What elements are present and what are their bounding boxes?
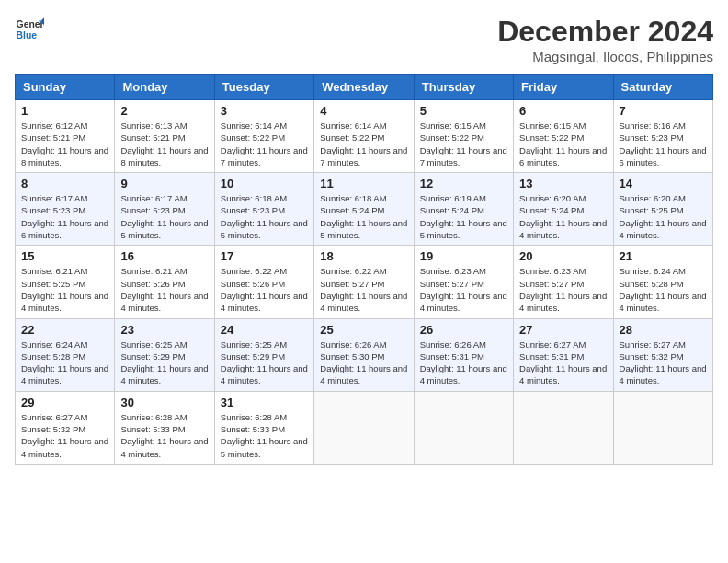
- day-number: 14: [620, 177, 707, 190]
- calendar-cell: 14Sunrise: 6:20 AMSunset: 5:25 PMDayligh…: [613, 173, 712, 246]
- day-number: 8: [21, 177, 108, 190]
- day-info: Sunrise: 6:14 AMSunset: 5:22 PMDaylight:…: [221, 120, 308, 168]
- calendar-cell: 22Sunrise: 6:24 AMSunset: 5:28 PMDayligh…: [16, 318, 115, 391]
- weekday-header-monday: Monday: [115, 75, 214, 100]
- calendar-cell: [613, 391, 712, 464]
- day-info: Sunrise: 6:20 AMSunset: 5:25 PMDaylight:…: [620, 192, 707, 241]
- day-number: 1: [21, 104, 108, 118]
- calendar-cell: 1Sunrise: 6:12 AMSunset: 5:21 PMDaylight…: [16, 100, 115, 173]
- weekday-header-wednesday: Wednesday: [314, 75, 414, 100]
- calendar-week-row: 15Sunrise: 6:21 AMSunset: 5:25 PMDayligh…: [16, 246, 713, 318]
- weekday-header-row: SundayMondayTuesdayWednesdayThursdayFrid…: [16, 75, 713, 100]
- day-number: 19: [420, 249, 507, 263]
- calendar-cell: 10Sunrise: 6:18 AMSunset: 5:23 PMDayligh…: [214, 173, 313, 246]
- day-info: Sunrise: 6:23 AMSunset: 5:27 PMDaylight:…: [519, 265, 607, 314]
- day-number: 9: [120, 177, 208, 190]
- calendar-week-row: 22Sunrise: 6:24 AMSunset: 5:28 PMDayligh…: [16, 318, 713, 391]
- day-number: 18: [320, 249, 407, 263]
- weekday-header-thursday: Thursday: [414, 75, 513, 100]
- month-year-title: December 2024: [497, 15, 713, 49]
- day-info: Sunrise: 6:21 AMSunset: 5:26 PMDaylight:…: [120, 265, 208, 314]
- day-number: 21: [620, 249, 707, 263]
- calendar-cell: [414, 391, 513, 464]
- day-number: 30: [120, 396, 208, 409]
- day-number: 15: [21, 249, 108, 263]
- day-info: Sunrise: 6:27 AMSunset: 5:32 PMDaylight:…: [620, 339, 707, 387]
- day-info: Sunrise: 6:25 AMSunset: 5:29 PMDaylight:…: [120, 339, 208, 387]
- calendar-cell: 17Sunrise: 6:22 AMSunset: 5:26 PMDayligh…: [214, 246, 313, 318]
- calendar-cell: 6Sunrise: 6:15 AMSunset: 5:22 PMDaylight…: [514, 100, 613, 173]
- day-number: 12: [420, 177, 507, 190]
- calendar-cell: 7Sunrise: 6:16 AMSunset: 5:23 PMDaylight…: [613, 100, 712, 173]
- calendar-cell: 31Sunrise: 6:28 AMSunset: 5:33 PMDayligh…: [214, 391, 313, 464]
- logo: General Blue: [15, 15, 44, 44]
- calendar-cell: 9Sunrise: 6:17 AMSunset: 5:23 PMDaylight…: [115, 173, 214, 246]
- day-number: 27: [519, 323, 607, 337]
- day-info: Sunrise: 6:28 AMSunset: 5:33 PMDaylight:…: [221, 411, 308, 460]
- day-number: 11: [320, 177, 407, 190]
- calendar-cell: 29Sunrise: 6:27 AMSunset: 5:32 PMDayligh…: [16, 391, 115, 464]
- calendar-cell: 16Sunrise: 6:21 AMSunset: 5:26 PMDayligh…: [115, 246, 214, 318]
- calendar-cell: 11Sunrise: 6:18 AMSunset: 5:24 PMDayligh…: [314, 173, 414, 246]
- calendar-cell: [514, 391, 613, 464]
- svg-text:Blue: Blue: [17, 30, 38, 40]
- calendar-cell: 8Sunrise: 6:17 AMSunset: 5:23 PMDaylight…: [16, 173, 115, 246]
- day-info: Sunrise: 6:27 AMSunset: 5:31 PMDaylight:…: [519, 339, 607, 387]
- calendar-cell: 15Sunrise: 6:21 AMSunset: 5:25 PMDayligh…: [16, 246, 115, 318]
- calendar-cell: 28Sunrise: 6:27 AMSunset: 5:32 PMDayligh…: [613, 318, 712, 391]
- day-info: Sunrise: 6:21 AMSunset: 5:25 PMDaylight:…: [21, 265, 108, 314]
- calendar-cell: 18Sunrise: 6:22 AMSunset: 5:27 PMDayligh…: [314, 246, 414, 318]
- calendar-week-row: 8Sunrise: 6:17 AMSunset: 5:23 PMDaylight…: [16, 173, 713, 246]
- day-info: Sunrise: 6:14 AMSunset: 5:22 PMDaylight:…: [320, 120, 407, 168]
- day-number: 2: [120, 104, 208, 118]
- logo-icon: General Blue: [15, 15, 44, 44]
- page-header: General Blue December 2024 Magsingal, Il…: [15, 15, 713, 64]
- calendar-week-row: 29Sunrise: 6:27 AMSunset: 5:32 PMDayligh…: [16, 391, 713, 464]
- day-info: Sunrise: 6:19 AMSunset: 5:24 PMDaylight:…: [420, 192, 507, 241]
- day-info: Sunrise: 6:20 AMSunset: 5:24 PMDaylight:…: [519, 192, 607, 241]
- day-info: Sunrise: 6:24 AMSunset: 5:28 PMDaylight:…: [620, 265, 707, 314]
- day-info: Sunrise: 6:17 AMSunset: 5:23 PMDaylight:…: [120, 192, 208, 241]
- day-info: Sunrise: 6:22 AMSunset: 5:26 PMDaylight:…: [221, 265, 308, 314]
- day-info: Sunrise: 6:16 AMSunset: 5:23 PMDaylight:…: [620, 120, 707, 168]
- calendar-cell: 12Sunrise: 6:19 AMSunset: 5:24 PMDayligh…: [414, 173, 513, 246]
- weekday-header-sunday: Sunday: [16, 75, 115, 100]
- day-info: Sunrise: 6:23 AMSunset: 5:27 PMDaylight:…: [420, 265, 507, 314]
- day-number: 22: [21, 323, 108, 337]
- day-number: 6: [519, 104, 607, 118]
- day-number: 3: [221, 104, 308, 118]
- day-number: 17: [221, 249, 308, 263]
- day-info: Sunrise: 6:27 AMSunset: 5:32 PMDaylight:…: [21, 411, 108, 460]
- calendar-table: SundayMondayTuesdayWednesdayThursdayFrid…: [15, 74, 713, 465]
- weekday-header-tuesday: Tuesday: [214, 75, 313, 100]
- calendar-cell: 23Sunrise: 6:25 AMSunset: 5:29 PMDayligh…: [115, 318, 214, 391]
- day-info: Sunrise: 6:18 AMSunset: 5:23 PMDaylight:…: [221, 192, 308, 241]
- day-number: 16: [120, 249, 208, 263]
- day-number: 31: [221, 396, 308, 409]
- day-number: 4: [320, 104, 407, 118]
- day-number: 29: [21, 396, 108, 409]
- calendar-cell: 2Sunrise: 6:13 AMSunset: 5:21 PMDaylight…: [115, 100, 214, 173]
- day-number: 5: [420, 104, 507, 118]
- calendar-cell: 27Sunrise: 6:27 AMSunset: 5:31 PMDayligh…: [514, 318, 613, 391]
- day-number: 13: [519, 177, 607, 190]
- day-info: Sunrise: 6:25 AMSunset: 5:29 PMDaylight:…: [221, 339, 308, 387]
- weekday-header-friday: Friday: [514, 75, 613, 100]
- day-number: 26: [420, 323, 507, 337]
- day-number: 23: [120, 323, 208, 337]
- day-info: Sunrise: 6:18 AMSunset: 5:24 PMDaylight:…: [320, 192, 407, 241]
- day-info: Sunrise: 6:13 AMSunset: 5:21 PMDaylight:…: [120, 120, 208, 168]
- day-number: 25: [320, 323, 407, 337]
- day-info: Sunrise: 6:12 AMSunset: 5:21 PMDaylight:…: [21, 120, 108, 168]
- title-block: December 2024 Magsingal, Ilocos, Philipp…: [497, 15, 713, 64]
- calendar-cell: 21Sunrise: 6:24 AMSunset: 5:28 PMDayligh…: [613, 246, 712, 318]
- day-info: Sunrise: 6:28 AMSunset: 5:33 PMDaylight:…: [120, 411, 208, 460]
- calendar-cell: 19Sunrise: 6:23 AMSunset: 5:27 PMDayligh…: [414, 246, 513, 318]
- day-info: Sunrise: 6:24 AMSunset: 5:28 PMDaylight:…: [21, 339, 108, 387]
- calendar-cell: 13Sunrise: 6:20 AMSunset: 5:24 PMDayligh…: [514, 173, 613, 246]
- calendar-cell: 30Sunrise: 6:28 AMSunset: 5:33 PMDayligh…: [115, 391, 214, 464]
- day-number: 28: [620, 323, 707, 337]
- calendar-cell: 26Sunrise: 6:26 AMSunset: 5:31 PMDayligh…: [414, 318, 513, 391]
- day-number: 7: [620, 104, 707, 118]
- day-number: 20: [519, 249, 607, 263]
